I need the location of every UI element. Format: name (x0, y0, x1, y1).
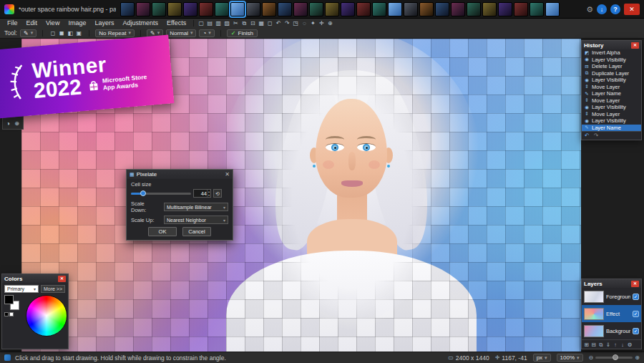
reset-button[interactable]: ⟲ (213, 189, 222, 198)
layer-properties-icon[interactable]: ⚙ (626, 340, 633, 349)
color-wheel[interactable] (26, 295, 67, 337)
image-thumbnail[interactable] (167, 2, 182, 16)
image-thumbnail[interactable] (514, 2, 528, 16)
layer-row-selected[interactable]: Effect ✓ (582, 305, 641, 322)
unit-dropdown[interactable]: px (533, 354, 551, 362)
default-black-swatch[interactable] (4, 312, 9, 316)
delete-layer-icon[interactable]: ⊟ (590, 340, 597, 349)
layer-row[interactable]: Foreground ✓ (582, 288, 641, 305)
active-tool-dropdown[interactable]: ✎ (20, 29, 36, 37)
history-item[interactable]: ⧉Duplicate Layer (582, 70, 641, 77)
move-layer-up-icon[interactable]: ↑ (612, 340, 619, 349)
cell-size-input[interactable] (194, 190, 207, 197)
zoom-level-dropdown[interactable]: 100% (557, 354, 583, 362)
image-thumbnail[interactable] (262, 2, 276, 16)
cancel-button[interactable]: Cancel (182, 227, 211, 236)
history-item[interactable]: ◉Layer Visibility (582, 117, 641, 125)
zoom-in-icon[interactable]: ⊕ (635, 354, 640, 361)
image-thumbnail[interactable] (356, 2, 371, 16)
default-white-swatch[interactable] (9, 312, 14, 316)
image-thumbnail[interactable] (309, 2, 323, 16)
layer-visibility-checkbox[interactable]: ✓ (633, 311, 639, 317)
menu-item-adjustments[interactable]: Adjustments (118, 19, 162, 28)
zoom-slider-thumb[interactable] (613, 354, 618, 360)
image-thumbnail[interactable] (325, 2, 339, 16)
image-thumbnail[interactable] (467, 2, 481, 16)
spin-down-icon[interactable]: ▾ (208, 193, 210, 197)
add-layer-icon[interactable]: ⊞ (583, 340, 590, 349)
colors-panel-title[interactable]: Colors ✕ (2, 274, 68, 283)
update-icon[interactable]: ↓ (597, 4, 607, 14)
menu-item-view[interactable]: View (42, 19, 64, 28)
finish-button[interactable]: ✓ Finish (227, 29, 258, 37)
image-thumbnail[interactable] (341, 2, 355, 16)
menu-item-edit[interactable]: Edit (22, 19, 42, 28)
image-thumbnail[interactable] (498, 2, 512, 16)
color-mode-dropdown[interactable]: Primary (4, 285, 39, 293)
layer-visibility-checkbox[interactable]: ✓ (633, 328, 639, 334)
layer-visibility-checkbox[interactable]: ✓ (633, 294, 639, 300)
fill-mode-dropdown[interactable]: No Repeat (95, 29, 135, 37)
paste-icon[interactable]: ⊡ (248, 19, 257, 28)
image-thumbnail[interactable] (451, 2, 465, 16)
image-thumbnail[interactable] (482, 2, 497, 16)
scale-up-dropdown[interactable]: Nearest Neighbor (164, 216, 228, 224)
history-item[interactable]: ✎Layer Name (582, 90, 641, 97)
image-thumbnail[interactable] (215, 2, 229, 16)
image-thumbnail[interactable] (545, 2, 560, 16)
history-redo-icon[interactable]: ↷ (594, 132, 599, 139)
print-icon[interactable]: ▨ (223, 19, 231, 28)
opacity-dropdown[interactable]: ◔ (199, 29, 214, 37)
zoom-tool-icon[interactable]: ⊕ (13, 120, 21, 127)
dialog-close-icon[interactable]: ✕ (225, 171, 230, 178)
undo-icon[interactable]: ↶ (274, 19, 283, 28)
help-icon[interactable]: ? (610, 4, 620, 14)
shape-both-icon[interactable]: ◧ (66, 29, 74, 38)
primary-color-swatch[interactable] (4, 295, 14, 304)
dialog-title-bar[interactable]: ▦ Pixelate ✕ (127, 170, 233, 179)
history-item[interactable]: ⇕Move Layer (582, 84, 641, 91)
image-thumbnail[interactable] (419, 2, 434, 16)
duplicate-layer-icon[interactable]: ⧉ (597, 340, 605, 349)
scale-down-dropdown[interactable]: Multisample Bilinear (164, 203, 228, 211)
image-thumbnail[interactable] (199, 2, 213, 16)
copy-icon[interactable]: ⧉ (240, 19, 248, 28)
history-close-button[interactable]: ✕ (631, 42, 639, 49)
shape-filled-icon[interactable]: ◼ (57, 29, 66, 38)
move-tool-icon[interactable]: ✛ (317, 19, 326, 28)
magic-wand-icon[interactable]: ✦ (308, 19, 317, 28)
history-item[interactable]: ◩Invert Alpha (582, 49, 641, 57)
history-panel-title[interactable]: History ✕ (582, 41, 641, 49)
colors-close-button[interactable]: ✕ (58, 276, 66, 282)
open-file-icon[interactable]: ▤ (205, 19, 214, 28)
merge-down-icon[interactable]: ⇓ (605, 340, 612, 349)
more-colors-button[interactable]: More >> (41, 285, 65, 293)
shape-outline-icon[interactable]: ◻ (49, 29, 57, 38)
image-thumbnail[interactable] (230, 2, 245, 16)
zoom-out-icon[interactable]: ⊖ (589, 354, 594, 361)
history-item-selected[interactable]: ✎Layer Name (582, 125, 641, 132)
image-thumbnail[interactable] (404, 2, 418, 16)
move-layer-down-icon[interactable]: ↓ (619, 340, 626, 349)
history-item[interactable]: ◉Layer Visibility (582, 77, 641, 84)
history-item[interactable]: ⇕Move Layer (582, 111, 641, 118)
history-item[interactable]: ◉Layer Visibility (582, 104, 641, 111)
close-window-button[interactable]: ✕ (624, 4, 640, 15)
layers-close-button[interactable]: ✕ (631, 281, 639, 287)
image-thumbnail[interactable] (136, 2, 150, 16)
blend-mode-dropdown[interactable]: Normal (166, 29, 196, 37)
image-thumbnail[interactable] (388, 2, 402, 16)
crop-icon[interactable]: ▦ (257, 19, 265, 28)
layer-row[interactable]: Background ✓ (582, 322, 641, 339)
gradient-tool-icon[interactable]: ◑ (4, 120, 12, 127)
history-item[interactable]: ⊟Delete Layer (582, 63, 641, 70)
menu-item-file[interactable]: File (3, 19, 22, 28)
image-thumbnail[interactable] (530, 2, 544, 16)
style-icon[interactable]: ▣ (74, 29, 83, 38)
history-item[interactable]: ⇕Move Layer (582, 97, 641, 105)
settings-gear-icon[interactable]: ⚙ (586, 4, 593, 14)
cell-size-slider[interactable] (131, 193, 191, 195)
menu-item-effects[interactable]: Effects (162, 19, 190, 28)
save-icon[interactable]: ▥ (214, 19, 223, 28)
redo-icon[interactable]: ↷ (283, 19, 291, 28)
